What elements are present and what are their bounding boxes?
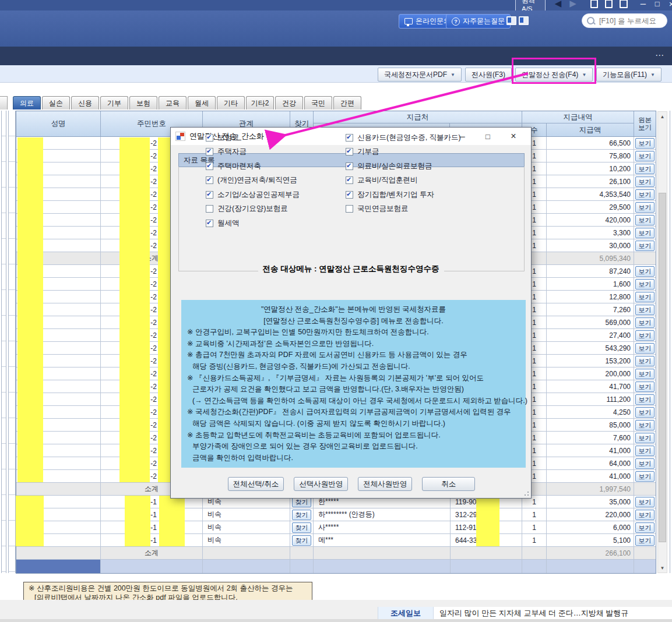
tab-기부[interactable]: 기부 xyxy=(100,96,128,109)
toolbar-button-3[interactable]: 기능모음(F11)▼ xyxy=(596,68,662,82)
view-button[interactable]: 보기 xyxy=(635,394,655,405)
view-button[interactable]: 보기 xyxy=(635,497,655,507)
more-icon[interactable]: ⋯ xyxy=(655,50,665,61)
view-button[interactable]: 보기 xyxy=(635,151,655,161)
view-button[interactable]: 보기 xyxy=(635,522,655,533)
tab-국민[interactable]: 국민 xyxy=(304,96,332,109)
dialog-button-3[interactable]: 취소 xyxy=(422,477,475,491)
view-button[interactable]: 보기 xyxy=(635,279,655,289)
tab-보험[interactable]: 보험 xyxy=(129,96,157,109)
view-button[interactable]: 보기 xyxy=(635,446,655,456)
view-button[interactable]: 보기 xyxy=(635,433,655,443)
view-button[interactable]: 보기 xyxy=(635,369,655,379)
view-button[interactable]: 보기 xyxy=(635,381,655,392)
news-headline[interactable]: 일자리 많이 만든 지자체 교부세 더 준다…지방채 발행규 xyxy=(434,607,672,619)
toolbar-button-1[interactable]: 전사원(F3) xyxy=(465,68,512,82)
view-button[interactable]: 보기 xyxy=(635,330,655,341)
find-button[interactable]: 찾기 xyxy=(292,522,311,533)
checkbox-right-4[interactable]: 장기집합/벤처기업 투자 xyxy=(346,190,461,199)
find-button[interactable]: 찾기 xyxy=(292,535,311,546)
view-button[interactable]: 보기 xyxy=(635,317,655,328)
news-source-label[interactable]: 조세일보 xyxy=(378,607,434,619)
new-entry-row[interactable] xyxy=(16,560,656,573)
view-button[interactable]: 보기 xyxy=(635,266,655,277)
dialog-maximize-icon[interactable]: □ xyxy=(475,128,501,145)
forward-icon[interactable]: ▶ xyxy=(569,0,576,10)
view-button[interactable]: 보기 xyxy=(635,189,655,200)
checkbox-right-1[interactable]: 기부금 xyxy=(346,148,461,156)
dialog-button-1[interactable]: 선택사원반영 xyxy=(294,477,348,491)
tab-기타2[interactable]: 기타2 xyxy=(246,96,274,109)
tab-교육[interactable]: 교육 xyxy=(159,96,187,109)
checkbox-right-0[interactable]: 신용카드(현금영수증, 직불카드) xyxy=(346,133,461,142)
checkbox-label: 건강(장기요양)보험료 xyxy=(217,204,288,214)
scroll-up-icon[interactable]: ▲ xyxy=(658,112,667,121)
checkbox-left-2[interactable]: 주택마련저축 xyxy=(206,162,300,170)
view-button[interactable]: 보기 xyxy=(635,215,655,225)
view-button[interactable]: 보기 xyxy=(635,202,655,213)
checkbox-right-5[interactable]: 국민연금보험료 xyxy=(346,205,461,213)
dialog-button-2[interactable]: 전체사원반영 xyxy=(358,477,412,491)
faq-button[interactable]: ? 자주묻는질문 xyxy=(446,14,511,29)
checkbox-right-3[interactable]: 교육비/직업훈련비 xyxy=(346,176,461,185)
checkbox-left-3[interactable]: (개인)연금저축/퇴직연금 xyxy=(206,176,300,185)
resize-grip[interactable] xyxy=(523,490,529,496)
panel-icon-2[interactable] xyxy=(519,16,529,25)
checkbox-right-2[interactable]: 의료비/실손의료보험금 xyxy=(346,162,461,170)
header-original[interactable]: 원본보기 xyxy=(634,111,656,136)
checkbox-left-4[interactable]: 소기업/소상공인공제부금 xyxy=(206,190,300,199)
maximize-icon[interactable]: □ xyxy=(655,0,660,8)
view-button[interactable]: 보기 xyxy=(635,407,655,418)
minimize-icon[interactable]: ─ xyxy=(641,0,646,8)
tab-간편[interactable]: 간편 xyxy=(333,96,361,109)
dialog-close-icon[interactable]: × xyxy=(501,128,526,145)
checkbox-left-0[interactable]: 보험료 xyxy=(206,133,300,142)
scroll-down-icon[interactable]: ▼ xyxy=(658,563,667,572)
book-icon[interactable] xyxy=(590,0,598,8)
view-button[interactable]: 보기 xyxy=(635,164,655,174)
view-button[interactable]: 보기 xyxy=(635,471,655,482)
tab-신용[interactable]: 신용 xyxy=(71,96,99,109)
view-button[interactable]: 보기 xyxy=(635,176,655,187)
payee-row[interactable]: -1비속찾기메***644-33-15,100보기 xyxy=(16,534,656,547)
view-button[interactable]: 보기 xyxy=(635,356,655,366)
header-name[interactable]: 성명 xyxy=(16,111,101,136)
toolbar-button-2[interactable]: 연말정산 전송(F4)▼ xyxy=(515,68,593,82)
tab-의료[interactable]: 의료 xyxy=(13,96,41,109)
search-input[interactable] xyxy=(598,16,662,26)
close-icon[interactable]: × xyxy=(669,0,672,9)
tab-월세[interactable]: 월세 xyxy=(188,96,216,109)
view-button[interactable]: 보기 xyxy=(635,458,655,469)
header-payee[interactable]: 지급처 xyxy=(314,111,522,123)
view-button[interactable]: 보기 xyxy=(635,228,655,238)
subtotal-row[interactable]: 소계266,100 xyxy=(16,547,656,560)
checkbox-left-1[interactable]: 주택자금 xyxy=(206,148,300,156)
tab-실손[interactable]: 실손 xyxy=(42,96,70,109)
back-icon[interactable]: ◀ xyxy=(555,0,562,10)
scrollbar-thumb[interactable] xyxy=(659,193,666,542)
grid-icon[interactable] xyxy=(605,0,613,8)
view-button[interactable]: 보기 xyxy=(635,241,655,251)
header-amount[interactable]: 지급액 xyxy=(547,123,634,136)
view-button[interactable]: 보기 xyxy=(635,343,655,354)
dialog-button-0[interactable]: 전체선택/취소 xyxy=(228,477,284,491)
tab-건강[interactable]: 건강 xyxy=(275,96,303,109)
view-button[interactable]: 보기 xyxy=(635,138,655,149)
view-button[interactable]: 보기 xyxy=(635,510,655,520)
header-detail[interactable]: 지급내역 xyxy=(522,111,634,123)
search-box[interactable] xyxy=(582,13,667,28)
find-button[interactable]: 찾기 xyxy=(292,510,311,520)
toolbar-button-0[interactable]: 국세청전자문서PDF▼ xyxy=(378,68,462,82)
panel-icon-1[interactable] xyxy=(506,16,516,25)
layers-icon[interactable] xyxy=(620,0,627,8)
view-button[interactable]: 보기 xyxy=(635,535,655,546)
checkbox-left-6[interactable]: 월세액 xyxy=(206,219,300,227)
view-button[interactable]: 보기 xyxy=(635,292,655,302)
view-button[interactable]: 보기 xyxy=(635,305,655,315)
view-button[interactable]: 보기 xyxy=(635,420,655,430)
payee-row[interactable]: -1비속찾기사*****112-91-16,000보기 xyxy=(16,521,656,534)
tab-기타[interactable]: 기타 xyxy=(217,96,245,109)
checkbox-left-5[interactable]: 건강(장기요양)보험료 xyxy=(206,205,300,213)
payee-row[interactable]: -1비속찾기하******** (안경등)312-29-1220,000보기 xyxy=(16,508,656,521)
vertical-scrollbar[interactable]: ▲ ▼ xyxy=(657,111,667,573)
